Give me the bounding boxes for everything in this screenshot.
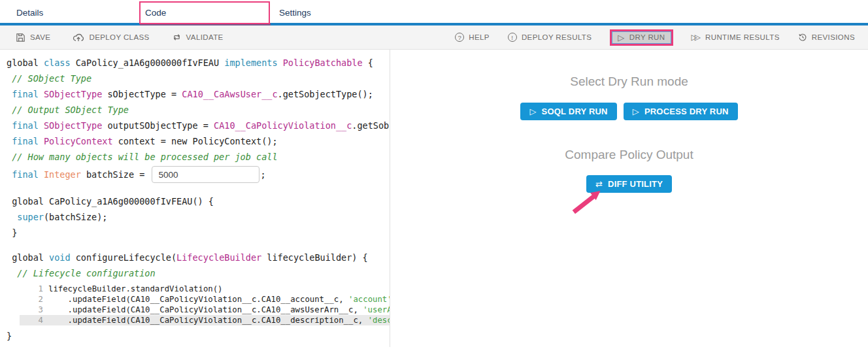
deploy-results-button[interactable]: ! DEPLOY RESULTS <box>508 33 592 42</box>
help-label: HELP <box>469 33 490 41</box>
play-icon: ▷ <box>529 107 536 116</box>
line-number: 4 <box>20 315 48 325</box>
tab-details[interactable]: Details <box>16 0 43 25</box>
select-dry-run-heading: Select Dry Run mode <box>390 75 868 89</box>
lifecycle-code: .updateField(CA10__CaPolicyViolation__c.… <box>48 315 390 325</box>
revisions-label: REVISIONS <box>812 33 855 41</box>
code-line: // SObject Type <box>7 71 390 86</box>
lifecycle-code: lifecycleBuilder.standardViolation() <box>48 284 223 294</box>
runtime-results-button[interactable]: ▷▷ RUNTIME RESULTS <box>692 33 780 41</box>
help-button[interactable]: ? HELP <box>455 33 490 42</box>
line-number: 2 <box>20 294 48 305</box>
lifecycle-editor-row: 2 .updateField(CA10__CaPolicyViolation__… <box>20 294 390 305</box>
lifecycle-code: .updateField(CA10__CaPolicyViolation__c.… <box>48 305 390 315</box>
exclamation-circle-icon: ! <box>508 33 517 42</box>
runtime-results-label: RUNTIME RESULTS <box>705 33 780 41</box>
dry-run-panel: Select Dry Run mode ▷ SOQL DRY RUN ▷ PRO… <box>390 50 868 347</box>
code-line: // How many objects will be processed pe… <box>7 149 390 165</box>
process-dry-run-label: PROCESS DRY RUN <box>644 107 729 116</box>
deploy-results-label: DEPLOY RESULTS <box>522 33 592 41</box>
lifecycle-code: .updateField(CA10__CaPolicyViolation__c.… <box>48 294 390 305</box>
save-label: SAVE <box>30 33 50 41</box>
diff-utility-label: DIFF UTILITY <box>608 179 663 189</box>
fast-forward-icon: ▷▷ <box>692 33 701 41</box>
line-number: 3 <box>20 305 48 315</box>
dry-run-label: DRY RUN <box>629 33 665 41</box>
play-icon: ▷ <box>618 33 624 42</box>
repeat-icon <box>172 33 182 42</box>
annotation-box-code-tab <box>139 1 270 24</box>
code-line: // Output SObject Type <box>7 102 390 118</box>
code-line: global void configureLifecycle(Lifecycle… <box>7 250 390 265</box>
process-dry-run-button[interactable]: ▷ PROCESS DRY RUN <box>624 103 738 120</box>
validate-button[interactable]: VALIDATE <box>172 33 224 42</box>
cloud-upload-icon <box>73 33 84 42</box>
compare-policy-heading: Compare Policy Output <box>390 148 868 162</box>
editor-toolbar: SAVE DEPLOY CLASS VALIDATE ? HELP ! DEPL… <box>0 25 868 50</box>
help-icon: ? <box>455 33 464 42</box>
save-icon <box>16 33 25 42</box>
arrow-shaft <box>572 194 595 214</box>
deploy-class-label: DEPLOY CLASS <box>89 33 149 41</box>
apex-code-editor[interactable]: global class CaPolicy_a1A6g000000fIvFEAU… <box>0 50 390 347</box>
code-line: global CaPolicy_a1A6g000000fIvFEAU() { <box>7 193 390 209</box>
soql-dry-run-label: SOQL DRY RUN <box>542 107 608 116</box>
tab-settings[interactable]: Settings <box>279 0 311 25</box>
lifecycle-editor[interactable]: 1lifecycleBuilder.standardViolation()2 .… <box>20 284 390 325</box>
tabbar-bottom-border <box>0 23 868 25</box>
code-line: final PolicyContext context = new Policy… <box>7 133 390 149</box>
play-icon: ▷ <box>633 107 639 116</box>
batch-size-input[interactable] <box>152 166 259 183</box>
validate-label: VALIDATE <box>186 33 224 41</box>
code-line: final SObjectType sObjectType = CA10__Ca… <box>7 86 390 102</box>
blank-line <box>7 241 390 250</box>
blank-line <box>7 184 390 193</box>
code-line: final SObjectType outputSObjectType = CA… <box>7 118 390 133</box>
soql-dry-run-button[interactable]: ▷ SOQL DRY RUN <box>520 103 616 120</box>
lifecycle-editor-row: 4 .updateField(CA10__CaPolicyViolation__… <box>20 315 390 325</box>
lifecycle-editor-row: 3 .updateField(CA10__CaPolicyViolation__… <box>20 305 390 315</box>
code-line: // Lifecycle configuration <box>7 265 390 281</box>
tab-bar: Details Code Settings <box>0 0 868 25</box>
code-line: global class CaPolicy_a1A6g000000fIvFEAU… <box>7 55 390 71</box>
history-clock-icon <box>798 33 807 42</box>
dry-run-button[interactable]: ▷ DRY RUN <box>610 29 673 46</box>
revisions-button[interactable]: REVISIONS <box>798 33 855 42</box>
code-line: } <box>7 225 390 241</box>
deploy-class-button[interactable]: DEPLOY CLASS <box>73 33 149 42</box>
line-number: 1 <box>20 284 48 294</box>
code-line: } <box>7 328 390 344</box>
code-line: final Integer batchSize = ; <box>7 165 390 184</box>
lifecycle-editor-row: 1lifecycleBuilder.standardViolation() <box>20 284 390 294</box>
save-button[interactable]: SAVE <box>16 33 50 42</box>
code-line: super(batchSize); <box>7 209 390 225</box>
